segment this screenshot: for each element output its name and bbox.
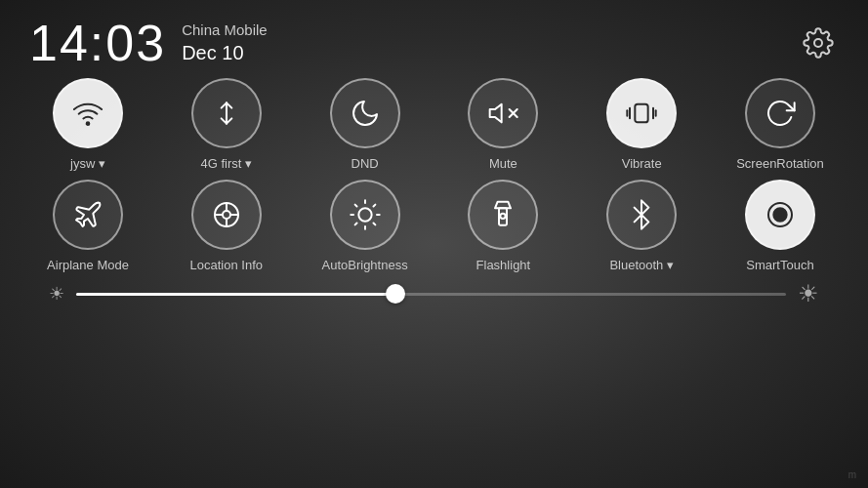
vibrate-label: Vibrate xyxy=(622,156,662,172)
location-label: Location Info xyxy=(190,258,263,273)
svg-point-12 xyxy=(223,211,230,219)
svg-line-21 xyxy=(373,223,375,224)
4g-icon-circle[interactable] xyxy=(191,78,262,148)
svg-point-30 xyxy=(777,212,782,217)
mute-icon-circle[interactable] xyxy=(468,78,538,148)
time-display: 14:03 xyxy=(29,18,166,68)
vibrate-icon xyxy=(626,98,657,129)
bluetooth-label: Bluetooth ▾ xyxy=(609,258,674,273)
control-airplane[interactable]: Airplane Mode xyxy=(34,180,142,273)
brightness-high-icon: ☀ xyxy=(798,282,819,305)
control-flashlight[interactable]: Flashlight xyxy=(449,180,557,273)
brightness-low-icon: ☀ xyxy=(49,285,64,303)
dnd-icon xyxy=(350,98,381,129)
mute-label: Mute xyxy=(489,156,517,172)
screen-rotation-icon-circle[interactable] xyxy=(745,78,815,148)
flashlight-icon xyxy=(487,199,518,230)
svg-rect-6 xyxy=(636,104,648,123)
wifi-icon xyxy=(72,98,103,129)
svg-point-17 xyxy=(358,208,371,221)
dnd-label: DND xyxy=(351,156,379,172)
control-location[interactable]: Location Info xyxy=(173,180,280,273)
control-4g[interactable]: 4G first ▾ xyxy=(173,78,280,172)
svg-line-25 xyxy=(373,204,375,206)
vibrate-icon-circle[interactable] xyxy=(606,78,677,148)
controls-grid: jysw ▾ 4G first ▾ xyxy=(29,78,839,272)
bluetooth-icon xyxy=(626,199,657,230)
4g-label: 4G first ▾ xyxy=(201,156,253,172)
flashlight-icon-circle[interactable] xyxy=(468,180,538,250)
smarttouch-icon xyxy=(765,199,796,230)
auto-brightness-icon xyxy=(350,199,381,230)
control-mute[interactable]: Mute xyxy=(449,78,557,172)
wifi-icon-circle[interactable] xyxy=(53,78,123,148)
auto-brightness-label: AutoBrightness xyxy=(322,258,408,273)
wifi-label: jysw ▾ xyxy=(70,156,105,172)
airplane-icon xyxy=(72,199,103,230)
control-screen-rotation[interactable]: ScreenRotation xyxy=(726,78,834,172)
svg-line-24 xyxy=(354,223,356,224)
screen-rotation-icon xyxy=(765,98,796,129)
airplane-label: Airplane Mode xyxy=(47,258,129,273)
control-wifi[interactable]: jysw ▾ xyxy=(34,78,142,172)
svg-marker-3 xyxy=(490,104,502,123)
control-row-2: Airplane Mode Location Info xyxy=(29,180,839,273)
location-icon xyxy=(211,199,242,230)
smarttouch-label: SmartTouch xyxy=(746,258,813,273)
airplane-icon-circle[interactable] xyxy=(53,180,123,250)
flashlight-label: Flashlight xyxy=(476,258,531,273)
svg-line-20 xyxy=(354,204,356,206)
location-icon-circle[interactable] xyxy=(191,180,262,250)
smarttouch-icon-circle[interactable] xyxy=(745,180,815,250)
carrier-name: China Mobile xyxy=(182,20,268,40)
control-auto-brightness[interactable]: AutoBrightness xyxy=(311,180,419,273)
settings-button[interactable] xyxy=(798,22,839,63)
date-display: Dec 10 xyxy=(182,40,268,65)
brightness-slider-thumb[interactable] xyxy=(386,284,405,304)
mute-icon xyxy=(487,98,518,129)
svg-point-1 xyxy=(87,122,90,125)
4g-icon xyxy=(211,98,242,129)
auto-brightness-icon-circle[interactable] xyxy=(330,180,400,250)
header: 14:03 China Mobile Dec 10 xyxy=(29,0,839,78)
brightness-slider-row: ☀ ☀ xyxy=(29,272,839,323)
main-container: 14:03 China Mobile Dec 10 xyxy=(0,0,868,488)
brightness-slider-track[interactable] xyxy=(76,293,786,296)
screen-rotation-label: ScreenRotation xyxy=(736,156,824,172)
date-carrier: China Mobile Dec 10 xyxy=(182,20,268,65)
control-vibrate[interactable]: Vibrate xyxy=(588,78,695,172)
bluetooth-icon-circle[interactable] xyxy=(606,180,677,250)
control-bluetooth[interactable]: Bluetooth ▾ xyxy=(588,180,695,273)
control-dnd[interactable]: DND xyxy=(311,78,419,172)
control-smarttouch[interactable]: SmartTouch xyxy=(726,180,834,273)
control-row-1: jysw ▾ 4G first ▾ xyxy=(29,78,839,172)
gear-icon xyxy=(803,27,834,59)
brightness-slider-fill xyxy=(76,293,395,296)
svg-point-27 xyxy=(501,213,506,218)
dnd-icon-circle[interactable] xyxy=(330,78,400,148)
svg-point-0 xyxy=(814,39,822,47)
